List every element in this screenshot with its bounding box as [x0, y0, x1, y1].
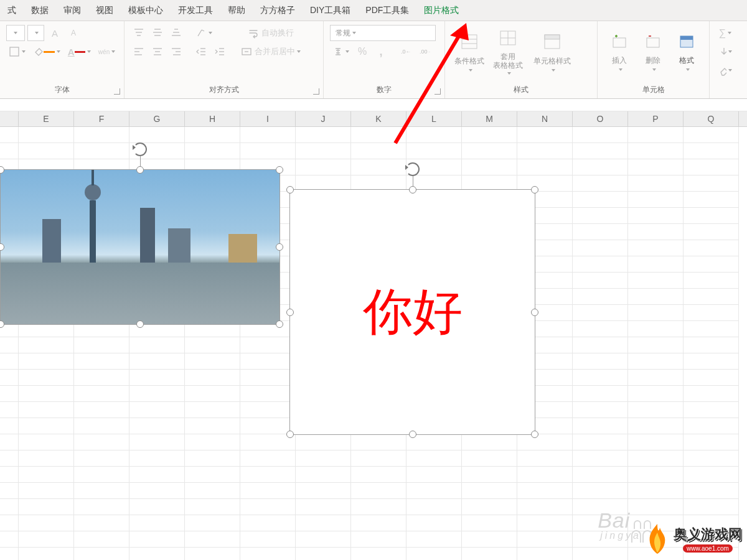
align-middle-button[interactable]	[149, 25, 166, 41]
picture-hello-text[interactable]: 你好	[289, 189, 535, 435]
picture-skyline[interactable]	[0, 169, 280, 325]
decrease-decimal-icon: .00→	[419, 46, 430, 57]
align-top-button[interactable]	[131, 25, 147, 41]
wrap-text-icon	[248, 27, 259, 39]
font-size-dropdown[interactable]	[27, 25, 44, 41]
fill-color-button[interactable]	[31, 44, 63, 60]
menu-item-dev-tools[interactable]: 开发工具	[171, 0, 220, 21]
menu-item-diy-toolbox[interactable]: DIY工具箱	[303, 0, 358, 21]
accounting-format-button[interactable]	[330, 44, 352, 60]
col-header-K[interactable]: K	[351, 111, 406, 126]
col-header-O[interactable]: O	[573, 111, 628, 126]
align-bottom-icon	[171, 27, 182, 39]
table-format-button[interactable]: 套用 表格格式	[490, 25, 526, 80]
col-header-F[interactable]: F	[74, 111, 129, 126]
col-header-P[interactable]: P	[628, 111, 684, 126]
comma-button[interactable]: ,	[373, 44, 389, 60]
insert-cells-icon	[611, 34, 627, 53]
resize-handle[interactable]	[286, 186, 294, 194]
font-name-dropdown[interactable]	[6, 25, 25, 41]
ribbon-group-number: 常规 % , .0← .00→ 数字	[324, 21, 445, 98]
dialog-launcher-font[interactable]	[114, 88, 120, 95]
eraser-icon	[718, 65, 726, 76]
percent-button[interactable]: %	[354, 44, 370, 60]
decrease-indent-button[interactable]	[193, 44, 209, 60]
decrease-font-button[interactable]: A	[65, 25, 82, 41]
menu-item-view[interactable]: 视图	[88, 0, 121, 21]
align-bottom-button[interactable]	[168, 25, 184, 41]
flame-icon	[645, 523, 670, 555]
dialog-launcher-number[interactable]	[435, 88, 441, 95]
insert-cells-button[interactable]: 插入	[604, 25, 635, 80]
svg-rect-0	[10, 47, 19, 56]
fill-color-bar	[44, 51, 55, 53]
col-header-Q[interactable]: Q	[684, 111, 739, 126]
site-url: www.aoe1.com	[683, 544, 733, 553]
col-header-E[interactable]: E	[19, 111, 74, 126]
resize-handle[interactable]	[531, 431, 538, 438]
align-right-button[interactable]	[168, 44, 184, 60]
resize-handle[interactable]	[136, 166, 144, 174]
border-button[interactable]	[6, 44, 28, 60]
col-header-N[interactable]: N	[517, 111, 573, 126]
dialog-launcher-alignment[interactable]	[313, 88, 319, 95]
menu-item-formula[interactable]: 式	[0, 0, 24, 21]
clear-button[interactable]	[716, 62, 735, 78]
menu-item-picture-format[interactable]: 图片格式	[416, 0, 466, 21]
decrease-decimal-button[interactable]: .00→	[416, 44, 433, 60]
resize-handle[interactable]	[286, 309, 294, 316]
worksheet[interactable]: E F G H I J K L M N O P Q 你好	[0, 111, 747, 560]
menu-bar: 式 数据 审阅 视图 模板中心 开发工具 帮助 方方格子 DIY工具箱 PDF工…	[0, 0, 747, 21]
resize-handle[interactable]	[531, 186, 538, 194]
resize-handle[interactable]	[409, 186, 416, 194]
align-middle-icon	[152, 27, 163, 39]
group-label-cells: 单元格	[604, 83, 703, 95]
merge-center-button[interactable]: 合并后居中	[237, 44, 305, 60]
menu-item-review[interactable]: 审阅	[56, 0, 88, 21]
fill-button[interactable]	[716, 44, 735, 60]
wrap-text-button[interactable]: 自动换行	[237, 25, 305, 41]
resize-handle[interactable]	[276, 166, 283, 174]
resize-handle[interactable]	[409, 431, 416, 438]
font-color-button[interactable]: A	[65, 44, 93, 60]
increase-indent-button[interactable]	[212, 44, 228, 60]
menu-item-data[interactable]: 数据	[24, 0, 56, 21]
site-name: 奥义游戏网	[674, 525, 742, 544]
conditional-format-button[interactable]: 条件格式	[451, 25, 487, 80]
svg-rect-29	[462, 35, 477, 49]
resize-handle[interactable]	[276, 243, 283, 251]
format-cells-icon	[679, 34, 695, 53]
resize-handle[interactable]	[136, 320, 144, 328]
increase-decimal-button[interactable]: .0←	[398, 44, 414, 60]
col-header-H[interactable]: H	[185, 111, 240, 126]
resize-handle[interactable]	[531, 309, 538, 316]
format-cells-button[interactable]: 格式	[671, 25, 702, 80]
phonetic-guide-button[interactable]: wén	[96, 44, 118, 60]
col-header-G[interactable]: G	[129, 111, 185, 126]
col-header-I[interactable]: I	[240, 111, 296, 126]
resize-handle[interactable]	[276, 320, 283, 328]
rotate-handle[interactable]	[133, 142, 147, 156]
menu-item-help[interactable]: 帮助	[220, 0, 253, 21]
ribbon-group-cells: 插入 删除 格式 单元格	[598, 21, 710, 98]
table-format-icon	[499, 30, 517, 50]
outdent-icon	[195, 46, 207, 57]
menu-item-fangfang[interactable]: 方方格子	[253, 0, 303, 21]
col-header-J[interactable]: J	[296, 111, 351, 126]
cell-styles-button[interactable]: 单元格样式	[529, 25, 576, 80]
number-format-dropdown[interactable]: 常规	[330, 25, 436, 41]
col-header-blank[interactable]	[0, 111, 19, 126]
delete-cells-button[interactable]: 删除	[637, 25, 669, 80]
col-header-M[interactable]: M	[462, 111, 517, 126]
increase-font-button[interactable]: A	[47, 25, 63, 41]
rotate-handle[interactable]	[406, 162, 420, 176]
autosum-button[interactable]: ∑	[716, 25, 735, 41]
align-left-button[interactable]	[131, 44, 147, 60]
menu-item-template-center[interactable]: 模板中心	[121, 0, 171, 21]
menu-item-pdf-tools[interactable]: PDF工具集	[358, 0, 416, 21]
col-header-L[interactable]: L	[406, 111, 462, 126]
align-center-button[interactable]	[149, 44, 166, 60]
fill-down-icon	[718, 46, 726, 57]
resize-handle[interactable]	[286, 431, 294, 438]
orientation-button[interactable]	[193, 25, 215, 41]
